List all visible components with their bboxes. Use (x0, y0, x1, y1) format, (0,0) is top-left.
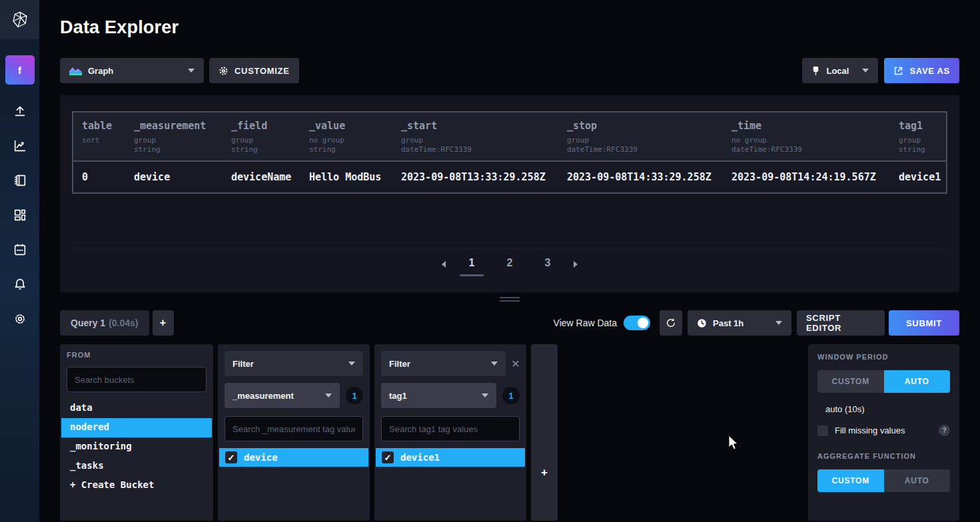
tag-value-list: device1 (376, 448, 525, 467)
avatar-letter: f (18, 65, 21, 76)
column-header-tag1[interactable]: tag1 group string (890, 120, 946, 154)
tag-key-dropdown[interactable]: tag1 (381, 383, 496, 408)
filter-card-measurement: Filter _measurement 1 device (218, 344, 370, 521)
influxdb-logo[interactable] (0, 0, 39, 39)
column-header-start[interactable]: _start group dateTime:RFC3339 (392, 120, 558, 154)
aggregate-toggle: CUSTOM AUTO (817, 469, 950, 492)
time-range-dropdown[interactable]: Past 1h (688, 310, 791, 336)
page-button-2[interactable]: 2 (498, 257, 522, 269)
add-filter-button[interactable]: + (531, 344, 558, 521)
submit-button[interactable]: SUBMIT (889, 310, 959, 336)
help-icon[interactable]: ? (939, 425, 950, 436)
column-header-table[interactable]: table sort (73, 120, 125, 154)
bucket-item-data[interactable]: data (61, 399, 212, 418)
filter-type-dropdown[interactable]: Filter (381, 351, 506, 376)
script-editor-button[interactable]: SCRIPT EDITOR (797, 310, 885, 336)
page-title: Data Explorer (60, 17, 959, 38)
view-type-label: Graph (88, 66, 113, 76)
notebooks-icon[interactable] (12, 172, 28, 188)
add-query-button[interactable]: + (153, 310, 174, 336)
view-raw-data-label: View Raw Data (554, 318, 617, 328)
bucket-item-monitoring[interactable]: _monitoring (61, 437, 212, 457)
column-header-stop[interactable]: _stop group dateTime:RFC3339 (558, 120, 723, 154)
dashboards-icon[interactable] (12, 207, 28, 223)
query-tab[interactable]: Query 1 (0.04s) (60, 310, 149, 336)
aggregate-custom-button[interactable]: CUSTOM (817, 469, 884, 492)
bucket-search-input[interactable] (67, 367, 207, 392)
page-button-3[interactable]: 3 (536, 257, 560, 269)
column-header-value[interactable]: _value no group string (300, 120, 392, 154)
export-icon (893, 66, 903, 76)
cell-time: 2023-09-08T14:24:19.567Z (723, 171, 890, 183)
pagination: 1 2 3 (72, 248, 947, 276)
chevron-down-icon (188, 69, 195, 73)
measurement-search-input[interactable] (225, 416, 363, 441)
tag1-search-input[interactable] (381, 416, 520, 441)
window-auto-button[interactable]: AUTO (884, 370, 951, 393)
tasks-icon[interactable] (12, 242, 28, 258)
refresh-button[interactable] (660, 310, 682, 336)
window-period-title: WINDOW PERIOD (817, 353, 950, 361)
alerts-icon[interactable] (12, 276, 28, 292)
tag-value-list: device (219, 448, 368, 467)
plus-icon: + (531, 466, 558, 479)
main-content: Data Explorer Graph CUSTOMIZE Local (39, 0, 980, 522)
settings-icon[interactable] (12, 311, 28, 327)
filter-type-dropdown[interactable]: Filter (225, 351, 363, 376)
cell-field: deviceName (223, 171, 300, 183)
chevron-down-icon (862, 69, 869, 73)
raw-data-card: table sort _measurement group string _fi… (60, 95, 959, 292)
resize-handle[interactable] (500, 297, 520, 302)
selected-count-badge: 1 (346, 387, 363, 404)
checkbox-checked-icon[interactable] (225, 451, 237, 463)
tag-value-device1[interactable]: device1 (376, 448, 525, 467)
save-as-button[interactable]: SAVE AS (884, 58, 959, 83)
selected-count-badge: 1 (502, 387, 520, 404)
refresh-icon (666, 318, 676, 328)
window-period-value: auto (10s) (817, 404, 950, 414)
local-dropdown[interactable]: Local (802, 58, 878, 83)
bucket-item-tasks[interactable]: _tasks (61, 457, 212, 476)
bucket-item-nodered[interactable]: nodered (61, 418, 212, 437)
cell-start: 2023-09-08T13:33:29.258Z (392, 171, 558, 183)
chevron-down-icon (325, 393, 332, 397)
customize-button[interactable]: CUSTOMIZE (209, 58, 299, 83)
checkbox-checked-icon[interactable] (382, 451, 394, 463)
toggle-knob (638, 318, 648, 328)
query-builder: FROM data nodered _monitoring _tasks + C… (60, 344, 959, 521)
table-row: 0 device deviceName Hello ModBus 2023-09… (73, 162, 946, 192)
filter-card-tag1: Filter × tag1 1 device1 (374, 344, 526, 521)
column-header-field[interactable]: _field group string (223, 120, 300, 154)
tag-key-dropdown[interactable]: _measurement (225, 383, 340, 408)
query-bar-right: View Raw Data Past 1h SCRIPT EDITOR SUBM… (554, 310, 959, 336)
tag-value-device[interactable]: device (219, 448, 368, 467)
save-as-label: SAVE AS (909, 66, 950, 76)
pin-icon (811, 66, 820, 76)
data-explorer-icon[interactable] (12, 138, 28, 154)
aggregate-auto-button[interactable]: AUTO (884, 469, 951, 492)
page-button-1[interactable]: 1 (460, 257, 484, 276)
cell-tag1: device1 (890, 171, 946, 183)
window-custom-button[interactable]: CUSTOM (817, 370, 884, 393)
area-chart-icon (69, 66, 82, 76)
chevron-down-icon (491, 362, 498, 366)
fill-missing-values-checkbox[interactable] (817, 425, 828, 436)
query-tab-name: Query 1 (71, 318, 105, 328)
view-raw-data-toggle[interactable] (624, 316, 650, 330)
create-bucket-button[interactable]: + Create Bucket (61, 476, 212, 495)
load-data-icon[interactable] (12, 103, 28, 119)
column-header-measurement[interactable]: _measurement group string (125, 120, 223, 154)
toolbar: Graph CUSTOMIZE Local SAVE AS (60, 58, 959, 83)
next-page-button[interactable] (574, 261, 578, 268)
time-range-label: Past 1h (713, 318, 743, 328)
from-title: FROM (67, 351, 207, 359)
column-header-time[interactable]: _time no group dateTime:RFC3339 (723, 120, 890, 154)
user-avatar[interactable]: f (5, 55, 35, 85)
clock-icon (697, 318, 707, 328)
view-type-dropdown[interactable]: Graph (60, 58, 204, 83)
prev-page-button[interactable] (442, 261, 446, 268)
raw-data-table: table sort _measurement group string _fi… (72, 111, 947, 194)
remove-filter-button[interactable]: × (512, 357, 520, 370)
table-header-row: table sort _measurement group string _fi… (73, 113, 946, 162)
fill-missing-values-row: Fill missing values ? (817, 425, 950, 436)
